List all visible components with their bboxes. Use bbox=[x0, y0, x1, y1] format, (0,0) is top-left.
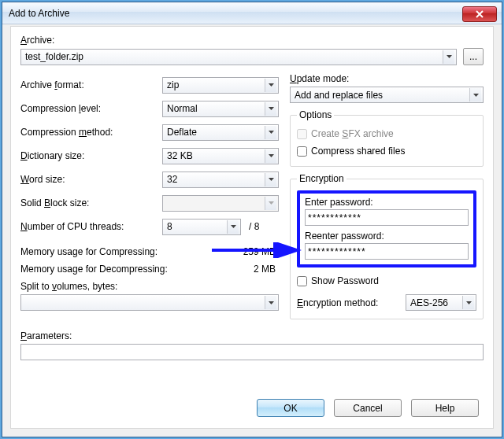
chevron-down-icon bbox=[462, 296, 474, 309]
threads-label: Number of CPU threads: bbox=[20, 221, 162, 232]
dict-combo[interactable]: 32 KB bbox=[162, 148, 279, 164]
method-combo[interactable]: Deflate bbox=[162, 124, 279, 141]
right-column: Update mode: Add and replace files Optio… bbox=[290, 73, 484, 326]
mem-decomp-value: 2 MB bbox=[232, 264, 279, 275]
close-button[interactable] bbox=[462, 6, 497, 22]
titlebar: Add to Archive bbox=[2, 2, 502, 24]
enter-password-input[interactable] bbox=[305, 209, 469, 226]
format-label: Archive format: bbox=[20, 79, 162, 90]
update-combo[interactable]: Add and replace files bbox=[290, 87, 484, 103]
shared-row[interactable]: Compress shared files bbox=[297, 142, 476, 160]
enc-method-label: Encryption method: bbox=[297, 297, 399, 308]
format-combo[interactable]: zip bbox=[162, 77, 279, 94]
chevron-down-icon bbox=[265, 102, 276, 116]
level-combo[interactable]: Normal bbox=[162, 101, 279, 117]
help-button[interactable]: Help bbox=[411, 399, 479, 417]
chevron-down-icon bbox=[265, 173, 276, 186]
chevron-down-icon bbox=[265, 296, 276, 309]
dict-label: Dictionary size: bbox=[20, 150, 162, 161]
update-label: Update mode: bbox=[290, 73, 484, 84]
word-combo[interactable]: 32 bbox=[162, 172, 279, 188]
encryption-highlight: Enter password: Reenter password: bbox=[297, 190, 476, 267]
chevron-down-icon bbox=[443, 50, 454, 64]
enc-method-combo[interactable]: AES-256 bbox=[406, 294, 476, 311]
encryption-legend: Encryption bbox=[297, 173, 346, 184]
ok-button[interactable]: OK bbox=[257, 399, 324, 417]
level-label: Compression level: bbox=[20, 103, 162, 114]
options-group: Options Create SFX archive Compress shar… bbox=[290, 109, 484, 167]
dialog-window: Add to Archive Archive: test_folder.zip … bbox=[2, 2, 502, 437]
encryption-group: Encryption Enter password: Reenter passw… bbox=[290, 173, 484, 319]
threads-max: / 8 bbox=[249, 221, 259, 232]
mem-comp-value: 259 MB bbox=[232, 246, 279, 257]
mem-comp-label: Memory usage for Compressing: bbox=[20, 246, 232, 257]
show-password-checkbox[interactable] bbox=[297, 276, 307, 286]
shared-checkbox[interactable] bbox=[297, 146, 307, 157]
split-combo[interactable] bbox=[20, 294, 279, 311]
chevron-down-icon bbox=[265, 197, 276, 210]
window-title: Add to Archive bbox=[9, 8, 462, 19]
dialog-body: Archive: test_folder.zip ... Archive for… bbox=[10, 26, 494, 429]
options-legend: Options bbox=[297, 109, 334, 120]
parameters-label: Parameters: bbox=[20, 330, 484, 341]
reenter-password-input[interactable] bbox=[305, 243, 469, 260]
chevron-down-icon bbox=[265, 126, 276, 139]
chevron-down-icon bbox=[265, 79, 276, 92]
threads-combo[interactable]: 8 bbox=[162, 219, 241, 235]
reenter-password-label: Reenter password: bbox=[305, 231, 469, 242]
show-password-label: Show Password bbox=[311, 275, 379, 286]
archive-path-combo[interactable]: test_folder.zip bbox=[20, 49, 457, 65]
chevron-down-icon bbox=[469, 88, 481, 101]
parameters-input[interactable] bbox=[20, 344, 484, 360]
chevron-down-icon bbox=[227, 220, 239, 234]
archive-label: Archive: bbox=[20, 35, 484, 46]
block-combo bbox=[162, 195, 279, 212]
sfx-checkbox bbox=[297, 129, 307, 139]
cancel-button[interactable]: Cancel bbox=[334, 399, 402, 417]
split-label: Split to volumes, bytes: bbox=[20, 281, 279, 292]
browse-button[interactable]: ... bbox=[463, 48, 484, 65]
left-column: Archive format: zip Compression level: N… bbox=[20, 73, 279, 326]
block-label: Solid Block size: bbox=[20, 197, 162, 208]
method-label: Compression method: bbox=[20, 127, 162, 138]
word-label: Word size: bbox=[20, 174, 162, 185]
close-icon bbox=[476, 10, 484, 18]
chevron-down-icon bbox=[265, 149, 276, 163]
sfx-row: Create SFX archive bbox=[297, 125, 476, 142]
enter-password-label: Enter password: bbox=[305, 197, 469, 208]
mem-decomp-label: Memory usage for Decompressing: bbox=[20, 264, 232, 275]
archive-path-value: test_folder.zip bbox=[25, 51, 83, 62]
